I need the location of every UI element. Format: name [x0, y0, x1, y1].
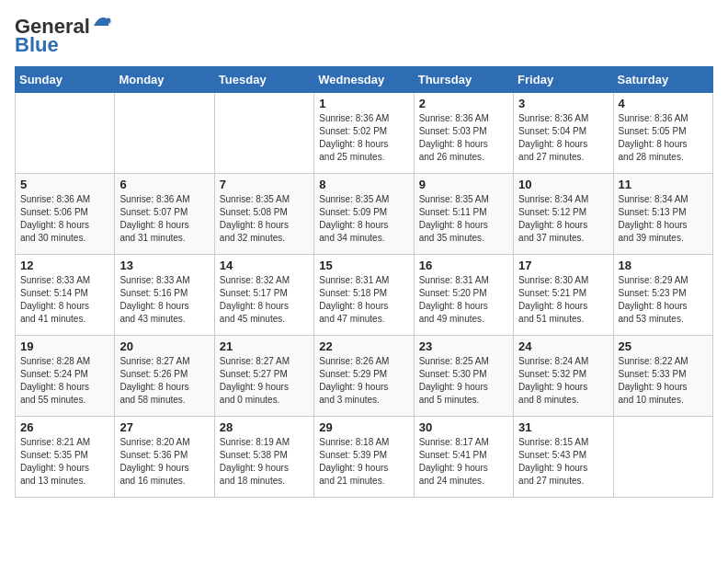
day-number: 10 [518, 178, 608, 191]
day-info: Sunrise: 8:29 AM Sunset: 5:23 PM Dayligh… [619, 274, 708, 326]
day-number: 13 [119, 259, 209, 272]
day-number: 25 [619, 339, 708, 353]
day-info: Sunrise: 8:20 AM Sunset: 5:36 PM Dayligh… [119, 436, 209, 488]
logo: General Blue [15, 15, 112, 57]
calendar-day-cell: 2Sunrise: 8:36 AM Sunset: 5:03 PM Daylig… [414, 93, 513, 174]
weekday-header-friday: Friday [514, 67, 613, 93]
day-info: Sunrise: 8:18 AM Sunset: 5:39 PM Dayligh… [319, 436, 408, 488]
calendar-week-row: 12Sunrise: 8:33 AM Sunset: 5:14 PM Dayli… [16, 255, 713, 336]
day-number: 3 [518, 97, 608, 110]
calendar-day-cell: 27Sunrise: 8:20 AM Sunset: 5:36 PM Dayli… [115, 417, 214, 498]
day-info: Sunrise: 8:31 AM Sunset: 5:20 PM Dayligh… [419, 274, 508, 326]
day-number: 1 [319, 97, 408, 110]
weekday-header-thursday: Thursday [414, 67, 513, 93]
day-info: Sunrise: 8:30 AM Sunset: 5:21 PM Dayligh… [518, 274, 608, 326]
calendar-day-cell: 30Sunrise: 8:17 AM Sunset: 5:41 PM Dayli… [414, 417, 513, 498]
weekday-header-monday: Monday [115, 67, 214, 93]
calendar-day-cell: 8Sunrise: 8:35 AM Sunset: 5:09 PM Daylig… [314, 174, 414, 255]
calendar-day-cell: 24Sunrise: 8:24 AM Sunset: 5:32 PM Dayli… [514, 336, 613, 417]
day-info: Sunrise: 8:34 AM Sunset: 5:12 PM Dayligh… [518, 193, 608, 245]
calendar-day-cell: 29Sunrise: 8:18 AM Sunset: 5:39 PM Dayli… [314, 417, 414, 498]
day-info: Sunrise: 8:36 AM Sunset: 5:07 PM Dayligh… [119, 193, 209, 245]
calendar-week-row: 1Sunrise: 8:36 AM Sunset: 5:02 PM Daylig… [16, 93, 713, 174]
calendar-day-cell: 15Sunrise: 8:31 AM Sunset: 5:18 PM Dayli… [314, 255, 414, 336]
day-number: 6 [119, 178, 209, 191]
calendar-day-cell: 22Sunrise: 8:26 AM Sunset: 5:29 PM Dayli… [314, 336, 414, 417]
logo-blue-text: Blue [15, 33, 59, 57]
day-info: Sunrise: 8:27 AM Sunset: 5:27 PM Dayligh… [220, 355, 309, 407]
day-info: Sunrise: 8:36 AM Sunset: 5:05 PM Dayligh… [619, 112, 708, 164]
calendar-day-cell: 13Sunrise: 8:33 AM Sunset: 5:16 PM Dayli… [115, 255, 214, 336]
day-number: 28 [220, 420, 309, 434]
day-info: Sunrise: 8:28 AM Sunset: 5:24 PM Dayligh… [20, 355, 109, 407]
day-info: Sunrise: 8:19 AM Sunset: 5:38 PM Dayligh… [220, 436, 309, 488]
day-number: 26 [20, 420, 109, 434]
day-info: Sunrise: 8:34 AM Sunset: 5:13 PM Dayligh… [619, 193, 708, 245]
day-number: 31 [518, 420, 608, 434]
day-info: Sunrise: 8:21 AM Sunset: 5:35 PM Dayligh… [20, 436, 109, 488]
calendar-day-cell: 26Sunrise: 8:21 AM Sunset: 5:35 PM Dayli… [16, 417, 115, 498]
day-number: 15 [319, 259, 408, 272]
page-header: General Blue [15, 15, 713, 57]
calendar-day-cell: 28Sunrise: 8:19 AM Sunset: 5:38 PM Dayli… [214, 417, 313, 498]
day-info: Sunrise: 8:33 AM Sunset: 5:14 PM Dayligh… [20, 274, 109, 326]
weekday-header-wednesday: Wednesday [314, 67, 414, 93]
day-number: 16 [419, 259, 508, 272]
weekday-header-sunday: Sunday [16, 67, 115, 93]
day-info: Sunrise: 8:36 AM Sunset: 5:02 PM Dayligh… [319, 112, 408, 164]
day-number: 9 [419, 178, 508, 191]
day-info: Sunrise: 8:15 AM Sunset: 5:43 PM Dayligh… [518, 436, 608, 488]
day-info: Sunrise: 8:31 AM Sunset: 5:18 PM Dayligh… [319, 274, 408, 326]
calendar-day-cell: 7Sunrise: 8:35 AM Sunset: 5:08 PM Daylig… [214, 174, 313, 255]
day-number: 17 [518, 259, 608, 272]
day-number: 11 [619, 178, 708, 191]
empty-cell [613, 417, 712, 498]
day-number: 22 [319, 339, 408, 353]
calendar-day-cell: 4Sunrise: 8:36 AM Sunset: 5:05 PM Daylig… [613, 93, 712, 174]
day-info: Sunrise: 8:36 AM Sunset: 5:06 PM Dayligh… [20, 193, 109, 245]
calendar-day-cell: 9Sunrise: 8:35 AM Sunset: 5:11 PM Daylig… [414, 174, 513, 255]
calendar-day-cell: 31Sunrise: 8:15 AM Sunset: 5:43 PM Dayli… [514, 417, 613, 498]
day-number: 21 [220, 339, 309, 353]
calendar-day-cell: 1Sunrise: 8:36 AM Sunset: 5:02 PM Daylig… [314, 93, 414, 174]
day-number: 12 [20, 259, 109, 272]
day-info: Sunrise: 8:26 AM Sunset: 5:29 PM Dayligh… [319, 355, 408, 407]
empty-cell [115, 93, 214, 174]
calendar-day-cell: 23Sunrise: 8:25 AM Sunset: 5:30 PM Dayli… [414, 336, 513, 417]
day-number: 29 [319, 420, 408, 434]
calendar-day-cell: 25Sunrise: 8:22 AM Sunset: 5:33 PM Dayli… [613, 336, 712, 417]
calendar-day-cell: 21Sunrise: 8:27 AM Sunset: 5:27 PM Dayli… [214, 336, 313, 417]
day-number: 20 [119, 339, 209, 353]
calendar-day-cell: 17Sunrise: 8:30 AM Sunset: 5:21 PM Dayli… [514, 255, 613, 336]
logo-icon [92, 13, 112, 33]
day-info: Sunrise: 8:33 AM Sunset: 5:16 PM Dayligh… [119, 274, 209, 326]
day-number: 2 [419, 97, 508, 110]
calendar-table: SundayMondayTuesdayWednesdayThursdayFrid… [15, 66, 713, 498]
day-number: 7 [220, 178, 309, 191]
day-info: Sunrise: 8:24 AM Sunset: 5:32 PM Dayligh… [518, 355, 608, 407]
calendar-day-cell: 11Sunrise: 8:34 AM Sunset: 5:13 PM Dayli… [613, 174, 712, 255]
calendar-day-cell: 3Sunrise: 8:36 AM Sunset: 5:04 PM Daylig… [514, 93, 613, 174]
calendar-day-cell: 5Sunrise: 8:36 AM Sunset: 5:06 PM Daylig… [16, 174, 115, 255]
day-number: 23 [419, 339, 508, 353]
calendar-day-cell: 20Sunrise: 8:27 AM Sunset: 5:26 PM Dayli… [115, 336, 214, 417]
day-number: 24 [518, 339, 608, 353]
calendar-week-row: 19Sunrise: 8:28 AM Sunset: 5:24 PM Dayli… [16, 336, 713, 417]
weekday-header-tuesday: Tuesday [214, 67, 313, 93]
day-number: 5 [20, 178, 109, 191]
day-info: Sunrise: 8:27 AM Sunset: 5:26 PM Dayligh… [119, 355, 209, 407]
calendar-day-cell: 16Sunrise: 8:31 AM Sunset: 5:20 PM Dayli… [414, 255, 513, 336]
calendar-day-cell: 10Sunrise: 8:34 AM Sunset: 5:12 PM Dayli… [514, 174, 613, 255]
day-info: Sunrise: 8:36 AM Sunset: 5:04 PM Dayligh… [518, 112, 608, 164]
day-info: Sunrise: 8:17 AM Sunset: 5:41 PM Dayligh… [419, 436, 508, 488]
day-info: Sunrise: 8:32 AM Sunset: 5:17 PM Dayligh… [220, 274, 309, 326]
day-number: 8 [319, 178, 408, 191]
weekday-header-row: SundayMondayTuesdayWednesdayThursdayFrid… [16, 67, 713, 93]
day-number: 30 [419, 420, 508, 434]
day-info: Sunrise: 8:35 AM Sunset: 5:11 PM Dayligh… [419, 193, 508, 245]
calendar-day-cell: 6Sunrise: 8:36 AM Sunset: 5:07 PM Daylig… [115, 174, 214, 255]
day-number: 27 [119, 420, 209, 434]
calendar-day-cell: 12Sunrise: 8:33 AM Sunset: 5:14 PM Dayli… [16, 255, 115, 336]
empty-cell [214, 93, 313, 174]
day-number: 19 [20, 339, 109, 353]
